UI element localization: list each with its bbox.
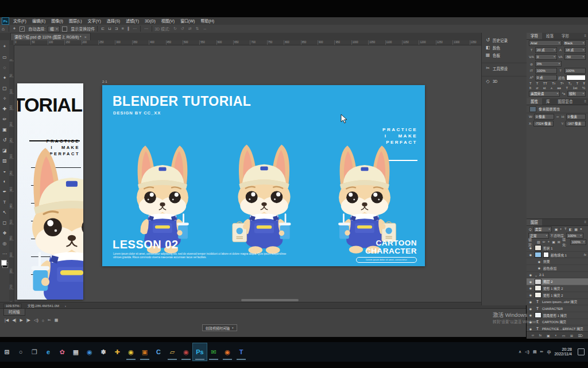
layer-rect-1-copy-2b[interactable]: ◉ 矩形 1 拷贝 2: [527, 292, 588, 299]
group-2-1[interactable]: ◉ ⌄ 2-1: [527, 272, 588, 279]
folder-icon[interactable]: ▱: [165, 343, 179, 361]
color-swatches[interactable]: [1, 260, 8, 268]
faux-italic-icon[interactable]: T: [536, 82, 539, 85]
lasso-tool[interactable]: ◌: [1, 62, 9, 72]
panel-menu-icon[interactable]: ≡: [584, 98, 588, 105]
align-center-h-icon[interactable]: ⊔: [107, 26, 112, 31]
docs-app-icon[interactable]: T: [234, 343, 248, 361]
visibility-eye-icon[interactable]: ◉: [528, 253, 533, 256]
brush-tool[interactable]: ✏: [1, 114, 9, 124]
menu-window[interactable]: 窗口(W): [177, 17, 198, 25]
kerning-field[interactable]: 0▾: [535, 54, 557, 60]
menu-3d[interactable]: 3D(D): [142, 17, 158, 25]
filter-toggle-icon[interactable]: ●: [579, 227, 583, 231]
left-artboard[interactable]: TORIAL PRACTICEI MAKEPERFACT: [17, 83, 83, 300]
pink-app-icon[interactable]: ✿: [55, 343, 69, 361]
layer-round-rect-1-copy[interactable]: ◉ 圆角矩形 1 拷贝: [527, 312, 588, 319]
menu-type[interactable]: 文字(Y): [84, 17, 103, 25]
orange-app-icon[interactable]: ▣: [138, 343, 152, 361]
audio-icon[interactable]: ◁): [34, 318, 38, 323]
create-video-timeline-button[interactable]: 创建视频时间轴▾: [202, 324, 237, 331]
menu-file[interactable]: 文件(F): [10, 17, 29, 25]
visibility-eye-icon[interactable]: ◉: [528, 286, 533, 290]
subscript-icon[interactable]: T₁: [568, 82, 572, 85]
loop-icon[interactable]: ○: [42, 319, 44, 323]
layer-cartoon-text[interactable]: ◉ T CARTOON 拷贝: [527, 319, 588, 326]
go-first-icon[interactable]: |◀: [5, 318, 9, 323]
scale-3d-icon[interactable]: ↔: [202, 26, 208, 31]
width-field[interactable]: 0 像素: [534, 114, 554, 120]
lock-artboard-icon[interactable]: ▣: [551, 240, 556, 244]
visibility-eye-icon[interactable]: ◉: [528, 313, 533, 317]
alt-ligature-icon[interactable]: ơ: [536, 86, 538, 90]
filter-smart-icon[interactable]: ▦: [574, 227, 578, 231]
next-frame-icon[interactable]: |▶: [26, 318, 30, 323]
visibility-eye-icon[interactable]: ◉: [528, 307, 533, 310]
delete-layer-icon[interactable]: ⌦: [578, 334, 583, 338]
menu-help[interactable]: 帮助(H): [198, 17, 217, 25]
proportional-spacing-field[interactable]: 0%▾: [535, 61, 562, 67]
hand-tool[interactable]: ❖: [1, 228, 9, 238]
history-brush-tool[interactable]: ↺: [1, 135, 9, 145]
height-field[interactable]: 0 像素: [566, 114, 586, 120]
search-button[interactable]: ○: [14, 343, 28, 361]
align-right-icon[interactable]: ⊐: [114, 26, 119, 31]
layer-2[interactable]: ◉ 图层 2: [527, 278, 588, 285]
visibility-eye-icon[interactable]: ◉: [537, 266, 541, 270]
language-select[interactable]: 美国英语▾: [529, 91, 560, 97]
color-app-icon[interactable]: ✚: [110, 343, 124, 361]
menu-select[interactable]: 选择(S): [104, 17, 123, 25]
filter-pixel-icon[interactable]: ▣: [554, 227, 559, 231]
layer-color-fill-1[interactable]: ◉ 颜色填充 1 fx: [527, 252, 588, 259]
text-color-swatch[interactable]: [566, 75, 586, 80]
display-icon[interactable]: ▤: [533, 350, 537, 354]
vertical-scale-field[interactable]: 100%: [535, 68, 557, 74]
chrome-icon[interactable]: ◉: [124, 343, 138, 361]
align-left-icon[interactable]: ⊏: [100, 26, 106, 31]
visibility-eye-icon[interactable]: ◉: [528, 273, 533, 277]
visibility-eye-icon[interactable]: ◉: [528, 280, 533, 283]
link-dimensions-icon[interactable]: ∞: [555, 115, 560, 118]
eyedropper-tool[interactable]: ✧: [1, 93, 9, 103]
filter-shape-icon[interactable]: ◧: [568, 227, 573, 231]
filter-type-icon[interactable]: T: [564, 227, 567, 231]
toolbar-more[interactable]: ⋯: [1, 248, 9, 259]
panel-tool-presets[interactable]: ✂ 工具预设: [482, 63, 527, 72]
play-icon[interactable]: ▶: [20, 318, 22, 323]
layer-rect-1-copy-2[interactable]: ◉ 矩形 1 拷贝 2: [527, 285, 588, 292]
crop-tool[interactable]: ▢: [1, 83, 9, 93]
horizontal-scale-field[interactable]: 100%: [564, 68, 586, 74]
task-view-button[interactable]: ❐: [28, 343, 41, 361]
dodge-tool[interactable]: ◐: [1, 176, 9, 186]
layer-color-overlay[interactable]: ◉ 颜色叠加: [527, 265, 588, 272]
baseline-shift-field[interactable]: 0 点: [535, 75, 557, 80]
tracking-field[interactable]: -50▾: [564, 54, 586, 60]
marquee-tool[interactable]: ▭: [1, 52, 9, 62]
fraction-icon[interactable]: ½: [582, 86, 585, 90]
auto-select-checkbox[interactable]: ✓: [20, 26, 25, 32]
tab-glyphs[interactable]: 字形: [558, 33, 573, 39]
lock-transparent-icon[interactable]: ▨: [536, 240, 541, 244]
ligature-icon[interactable]: fi: [529, 86, 531, 90]
adjustment-layer-icon[interactable]: ◐: [555, 334, 557, 337]
tab-paragraph[interactable]: 段落: [542, 33, 558, 39]
quick-select-tool[interactable]: ✦: [1, 72, 9, 83]
panel-menu-icon[interactable]: ≡: [584, 219, 588, 225]
eraser-tool[interactable]: ◪: [1, 145, 9, 155]
foreground-color-swatch[interactable]: [1, 260, 7, 266]
menu-edit[interactable]: 编辑(E): [29, 17, 48, 25]
start-button[interactable]: ⊞: [0, 343, 14, 361]
drag-3d-icon[interactable]: ⇄: [187, 26, 193, 31]
tab-layer-comps[interactable]: 图层复合: [554, 98, 577, 105]
tray-expand-icon[interactable]: ∧: [519, 350, 521, 354]
split-icon[interactable]: ✂: [48, 318, 51, 323]
panel-3d[interactable]: ◇ 3D: [482, 76, 527, 85]
edge-icon[interactable]: e: [41, 343, 55, 361]
healing-tool[interactable]: ✚: [1, 103, 9, 114]
layers-tab[interactable]: 图层: [527, 219, 542, 225]
taskbar-clock[interactable]: 20:28 2022/11/4: [554, 347, 572, 356]
wechat-icon[interactable]: ✉: [207, 343, 220, 361]
font-family-select[interactable]: Arial▾: [529, 40, 562, 46]
fill-field[interactable]: 100%▾: [570, 239, 586, 245]
distribute-v-icon[interactable]: ≡: [121, 26, 125, 31]
